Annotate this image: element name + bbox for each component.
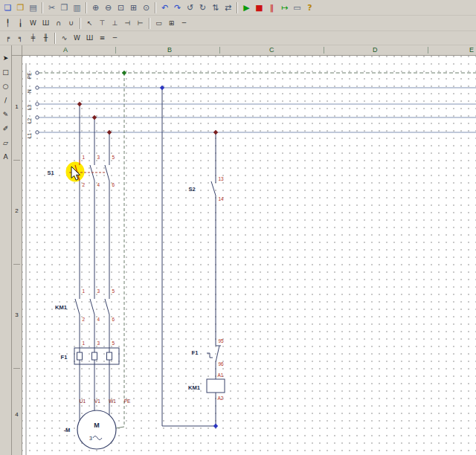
schematic-svg: PE N L3 L2 L1 [22, 56, 476, 455]
crossing-double-symbol-button[interactable]: ╫ [39, 32, 52, 45]
pen-tool-icon[interactable]: ✐ [1, 123, 11, 134]
row-label-1: 1 [12, 103, 22, 110]
motor-terminal-w1: W1 [109, 398, 116, 404]
tee-right-symbol-button[interactable]: ⊢ [134, 17, 147, 30]
coil-arch-up-symbol-button[interactable]: ∩ [52, 17, 65, 30]
l1-junction-1 [107, 130, 112, 135]
sine-wave-symbol-button[interactable]: ∿ [58, 32, 71, 45]
eraser-tool-icon[interactable]: ▱ [1, 138, 11, 148]
km1-pin-a2: A2 [218, 396, 224, 401]
km1-pin-a1: A1 [218, 372, 224, 378]
zoom-region-button[interactable]: ⊡ [115, 1, 127, 14]
f1-pin-96: 96 [219, 361, 225, 367]
zoom-tool-icon[interactable]: ○ [1, 81, 11, 91]
schematic-editor-window: ❏ ❐ ▤ ✂ ❒ ▥ ⊕ ⊖ ⊡ ⊞ ⊙ ↶ ↷ ↺ ↻ ⇅ ⇄ ▶ ■ ‖ … [0, 0, 476, 455]
zoom-in-button[interactable]: ⊕ [89, 1, 102, 14]
winding-large-symbol-button[interactable]: Ш [39, 17, 52, 30]
crossing-single-symbol-button[interactable]: ╪ [27, 32, 39, 45]
cut-button[interactable]: ✂ [45, 1, 58, 14]
f1-pin-95: 95 [219, 338, 225, 343]
paste-button[interactable]: ▥ [71, 1, 83, 14]
stop-simulation-button[interactable]: ■ [253, 1, 266, 14]
tee-left-symbol-button[interactable]: ⊣ [121, 17, 134, 30]
f1-pin-1: 1 [83, 341, 86, 346]
column-label-d: D [373, 46, 378, 54]
km1-pin-1: 1 [83, 288, 86, 294]
zoom-previous-button[interactable]: ⊙ [140, 1, 152, 14]
undo-button[interactable]: ↶ [158, 1, 171, 14]
drawing-surface[interactable]: PE N L3 L2 L1 [22, 56, 476, 455]
diagonal-pointer-symbol-button[interactable]: ↖ [83, 17, 96, 30]
copy-button[interactable]: ❒ [58, 1, 71, 14]
s1-pin-3: 3 [97, 155, 100, 160]
toolbar-separator [54, 33, 56, 44]
row-label-4: 4 [12, 411, 22, 418]
new-file-button[interactable]: ❏ [1, 1, 14, 14]
l3-rail-label: L3 [27, 104, 32, 110]
select-node-tool-icon[interactable]: □ [1, 67, 11, 77]
grid-frame-symbol-button[interactable]: ⊞ [165, 17, 178, 30]
winding-small-symbol-button[interactable]: W [27, 17, 39, 30]
motor-terminal-v1: V1 [94, 398, 100, 404]
l1-rail-label: L1 [27, 132, 32, 138]
winding-symbol-button[interactable]: W [71, 32, 83, 45]
junction-points [77, 71, 218, 428]
s2-pin-13: 13 [219, 176, 225, 181]
motor-letter: M [94, 422, 100, 429]
toolbar-separator [86, 2, 87, 13]
toolbar-separator [237, 2, 238, 13]
toolbar-separator [149, 18, 150, 29]
f1-pin-5: 5 [112, 341, 115, 346]
km1-coil-label: KM1 [188, 384, 200, 391]
pointer-tool-icon[interactable]: ➤ [1, 53, 11, 63]
pencil-tool-icon[interactable]: ✎ [1, 109, 11, 120]
redo-button[interactable]: ↷ [171, 1, 184, 14]
text-tool-icon[interactable]: A [1, 152, 11, 162]
row-ruler-tick [13, 368, 20, 369]
flip-vertical-button[interactable]: ⇅ [209, 1, 222, 14]
s1-pin-6: 6 [112, 182, 115, 187]
l3-junction [77, 102, 82, 106]
f1-overload-label: F1 [61, 354, 68, 361]
step-simulation-button[interactable]: ↦ [278, 1, 291, 14]
tee-up-symbol-button[interactable]: ⊤ [96, 17, 109, 30]
tee-down-symbol-button[interactable]: ⊥ [109, 17, 121, 30]
print-button[interactable]: ▤ [27, 1, 39, 14]
motor-phases: 3 [89, 436, 92, 441]
double-contact-left-symbol-button[interactable]: ╒ [1, 32, 14, 45]
rotate-right-button[interactable]: ↻ [196, 1, 209, 14]
triple-line-symbol-button[interactable]: ≡ [96, 32, 109, 45]
symbol-toolbar-row2: ╒ ╕ ╪ ╫ ∿ W Ш ≡ ─ [0, 31, 476, 45]
l2-rail-label: L2 [27, 117, 32, 123]
contact-no-symbol-button[interactable]: ╿ [1, 17, 14, 30]
line-symbol-button[interactable]: ─ [178, 17, 190, 30]
main-toolbar: ❏ ❐ ▤ ✂ ❒ ▥ ⊕ ⊖ ⊡ ⊞ ⊙ ↶ ↷ ↺ ↻ ⇅ ⇄ ▶ ■ ‖ … [0, 0, 476, 16]
f1-contact-label: F1 [192, 349, 199, 356]
s1-pin-4: 4 [97, 182, 100, 187]
s1-label: S1 [47, 170, 54, 176]
coil-arch-down-symbol-button[interactable]: ∪ [65, 17, 77, 30]
open-file-button[interactable]: ❐ [14, 1, 27, 14]
s2-pin-14: 14 [219, 196, 225, 201]
pause-simulation-button[interactable]: ‖ [266, 1, 278, 14]
comb-symbol-button[interactable]: Ш [83, 32, 96, 45]
rail-terminal [36, 86, 39, 89]
wire-tool-icon[interactable]: / [1, 95, 11, 106]
motor-label: -M [64, 427, 71, 433]
contact-nc-symbol-button[interactable]: ╽ [14, 17, 27, 30]
line2-symbol-button[interactable]: ─ [109, 32, 121, 45]
run-simulation-button[interactable]: ▶ [240, 1, 253, 14]
zoom-fit-button[interactable]: ⊞ [127, 1, 140, 14]
frame-symbol-button[interactable]: ▭ [152, 17, 165, 30]
simulation-window-button[interactable]: ▭ [291, 1, 303, 14]
zoom-out-button[interactable]: ⊖ [102, 1, 115, 14]
n-junction [160, 85, 164, 90]
toolbar-separator [42, 2, 43, 13]
s1-pin-5: 5 [112, 155, 115, 160]
l1-junction-2 [213, 130, 218, 135]
rotate-left-button[interactable]: ↺ [184, 1, 196, 14]
rail-terminal [36, 116, 39, 119]
help-button[interactable]: ? [303, 1, 316, 14]
flip-horizontal-button[interactable]: ⇄ [222, 1, 234, 14]
double-contact-right-symbol-button[interactable]: ╕ [14, 32, 27, 45]
